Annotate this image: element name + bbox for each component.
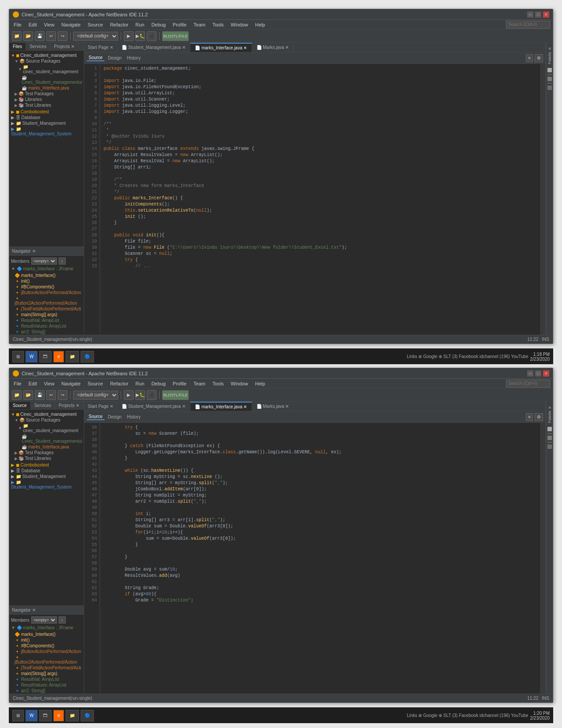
nav2-member-1[interactable]: 🔶 marks_Interface() [11,631,82,637]
marks-java-tab-2[interactable]: 📄 Marks.java ✕ [252,402,294,411]
minimize-button-1[interactable]: ─ [527,11,533,18]
menu-team-2[interactable]: Team [192,381,207,387]
menu-navigate-2[interactable]: Navigate [60,381,82,387]
marks-interface-tab-2[interactable]: 📄 marks_Interface.java ✕ [190,402,252,411]
members-filter-2[interactable]: <empty> [31,616,57,623]
redo-btn-2[interactable]: ↪ [58,390,67,400]
menu-debug-1[interactable]: Debug [149,22,167,28]
projects-tab-1[interactable]: Projects ✕ [50,43,78,50]
word-btn-1[interactable]: W [26,351,37,362]
projects-tab-2[interactable]: Projects ✕ [55,402,83,409]
menu-refactor-2[interactable]: Refactor [108,381,130,387]
menu-source-2[interactable]: Source [86,381,105,387]
nav-member-4[interactable]: 🔸 jButtonActionPerformed/Action [11,290,82,295]
code-content-1[interactable]: package cinec_student_management; import… [100,64,540,335]
nav-member-3[interactable]: 🔸 #BComponents() [11,284,82,290]
menu-file-1[interactable]: File [12,22,23,28]
nav-field-2[interactable]: 🔹 ResultValues: ArrayList [11,323,82,329]
debug-run-btn-2[interactable]: ▶🐛 [135,390,145,400]
nav2-field-1[interactable]: 🔹 ResultVal: ArrayList [11,676,82,682]
browser-btn-1[interactable]: e [53,351,64,362]
stop-btn-1[interactable]: ⬛ [147,31,156,41]
tree-item-libs-1[interactable]: ▶ 📚 Libraries [11,97,82,102]
sm-java-tab-2[interactable]: 📄 Student_Management.java ✕ [117,402,190,411]
menu-team-1[interactable]: Team [192,22,207,28]
design-btn-1[interactable]: Design [106,55,123,61]
app3-btn-1[interactable]: 📁 [66,351,79,362]
word-btn-2[interactable]: W [26,710,37,721]
start-btn-2[interactable]: ⊞ [12,710,24,721]
tree-item-sms-2[interactable]: ▶ 📁 Student_Management_System [11,479,82,490]
save-btn-1[interactable]: 💾 [35,31,45,41]
tree-item-src-2[interactable]: ▼ 📦 Source Packages [11,417,82,423]
tree-item-sm-1[interactable]: ▶ 📁 Student_Management [11,120,82,126]
code-content-2[interactable]: try { sc = new Scanner (file); } catch (… [100,423,540,694]
files-tab-1[interactable]: Files [9,43,26,50]
build-btn-1[interactable]: BLDSTL/FILE [162,31,189,41]
open-btn-2[interactable]: 📂 [23,390,33,400]
design-view-btn-2[interactable]: Design [106,414,123,420]
sm-java-tab-1[interactable]: 📄 Student_Management.java ✕ [117,43,190,52]
close-button-2[interactable]: ✕ [543,370,549,377]
nav2-member-2[interactable]: 🔸 init() [11,637,82,643]
tree-item-file1-2[interactable]: ☕ Cinec_Student_managementui [11,433,82,444]
menu-edit-2[interactable]: Edit [27,381,39,387]
scrollbar-2[interactable] [540,423,546,694]
tree-item-pkg-1[interactable]: ▼ 📁 cinec_student_management [11,64,82,75]
history-btn-1[interactable]: History [125,55,142,61]
menu-tools-1[interactable]: Tools [211,22,226,28]
run-btn-2[interactable]: ▶ [124,390,134,400]
tree-item-project-1[interactable]: ▼ ◼ Cinec_student_management [11,52,82,58]
members-sort-2[interactable]: ↕ [59,616,66,623]
members-filter-1[interactable]: <empty> [31,258,57,265]
nav2-member-4[interactable]: 🔸 jButtonActionPerformed/Action [11,649,82,654]
browser-btn-2[interactable]: e [53,710,64,721]
menu-profile-2[interactable]: Profile [171,381,188,387]
app2-btn-1[interactable]: 🗔 [39,351,52,362]
nav2-member-3[interactable]: 🔸 #BComponents() [11,643,82,649]
nav-member-5[interactable]: 🔸 jButton2ActionPerformed/Action [11,295,82,306]
minimize-button-2[interactable]: ─ [527,370,533,377]
tree-item-sm-2[interactable]: ▶ 📁 Student_Management [11,474,82,479]
nav-field-3[interactable]: 🔹 arr2: String[] [11,329,82,335]
app3-btn-2[interactable]: 📁 [66,710,79,721]
tree-item-src-1[interactable]: ▼ 📦 Source Packages [11,58,82,64]
tree-item-pkg-2[interactable]: ▼ 📁 cinec_student_management [11,423,82,433]
menu-navigate-1[interactable]: Navigate [60,22,82,28]
new-project-btn-1[interactable]: 📁 [12,31,22,41]
undo-btn-2[interactable]: ↩ [46,390,56,400]
members-sort-1[interactable]: ↕ [59,258,66,265]
menu-run-2[interactable]: Run [134,381,146,387]
menu-help-1[interactable]: Help [253,22,267,28]
nav-member-1[interactable]: 🔶 marks_Interface() [11,273,82,278]
save-btn-2[interactable]: 💾 [35,390,45,400]
more-btn-1[interactable]: ⚙ [535,54,543,62]
nav-member-7[interactable]: 🔸 main(String[] args) [11,312,82,317]
tree-item-file2-2[interactable]: ☕ marks_Interface.java [11,444,82,450]
services-tab-1[interactable]: Services [26,43,50,50]
run-btn-1[interactable]: ▶ [124,31,134,41]
start-page-tab-1[interactable]: Start Page ✕ [84,43,117,52]
app4-btn-2[interactable]: 🔵 [81,710,94,721]
nav2-member-5[interactable]: 🔸 jButton2ActionPerformed/Action [11,654,82,665]
menu-profile-1[interactable]: Profile [171,22,188,28]
nav-member-2[interactable]: 🔸 init() [11,278,82,284]
tree-item-file1-1[interactable]: ☕ Cinec_Student_managementui [11,75,82,85]
app2-btn-2[interactable]: 🗔 [39,710,52,721]
search-input-1[interactable] [506,21,550,29]
menu-run-1[interactable]: Run [134,22,146,28]
menu-source-1[interactable]: Source [86,22,105,28]
stop-btn-2[interactable]: ⬛ [147,390,156,400]
menu-edit-1[interactable]: Edit [27,22,39,28]
nav2-member-7[interactable]: 🔸 main(String[] args) [11,671,82,676]
tree-item-project-2[interactable]: ▼ ◼ Cinec_student_management [11,411,82,417]
menu-tools-2[interactable]: Tools [211,381,226,387]
close-button-1[interactable]: ✕ [543,11,549,18]
history-view-btn-2[interactable]: History [125,414,142,420]
services-tab-2[interactable]: Services [31,402,55,409]
config-dropdown-2[interactable]: <default config> [73,391,118,399]
source-btn-1[interactable]: Source [87,55,104,61]
search-input-2[interactable] [506,380,550,388]
maximize-button-2[interactable]: □ [535,370,541,377]
menu-view-1[interactable]: View [42,22,56,28]
